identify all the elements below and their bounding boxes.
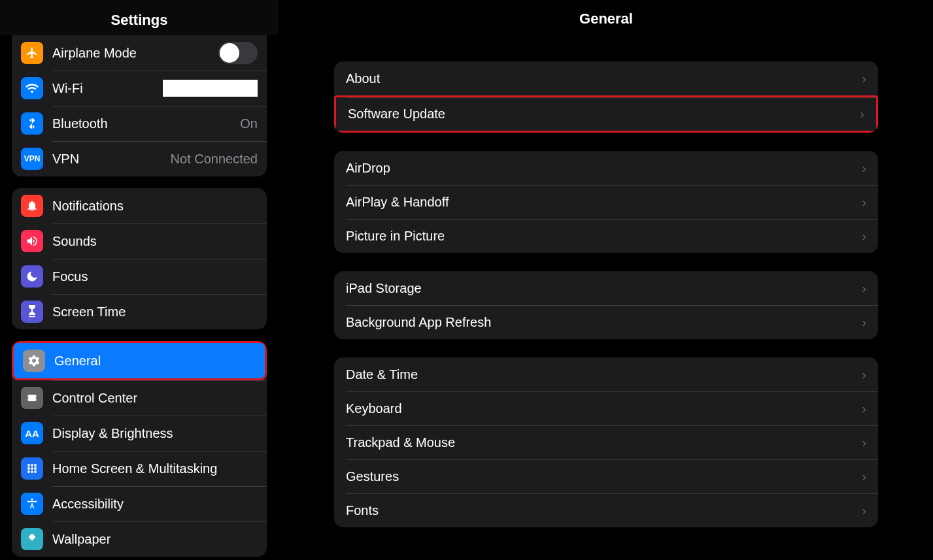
bell-icon <box>21 195 43 217</box>
vpn-icon: VPN <box>21 148 43 170</box>
sidebar-title: Settings <box>0 0 279 35</box>
detail-group: Date & Time›Keyboard›Trackpad & Mouse›Ge… <box>334 357 878 527</box>
detail-row-fonts[interactable]: Fonts› <box>334 493 878 527</box>
sidebar-section: GeneralControl CenterAADisplay & Brightn… <box>12 341 267 557</box>
chevron-right-icon: › <box>862 435 866 450</box>
bluetooth-icon <box>21 112 43 135</box>
sidebar-item-label: Notifications <box>52 199 258 214</box>
sidebar-item-value: On <box>240 116 258 131</box>
detail-row-trackpad[interactable]: Trackpad & Mouse› <box>334 425 878 459</box>
sidebar-item-airplane[interactable]: Airplane Mode <box>12 35 267 71</box>
flower-icon <box>21 528 43 550</box>
detail-row-label: AirPlay & Handoff <box>346 195 862 210</box>
chevron-right-icon: › <box>860 107 864 122</box>
detail-row-label: Fonts <box>346 503 862 518</box>
sidebar-item-label: Wallpaper <box>52 532 258 547</box>
aa-icon: AA <box>21 422 43 444</box>
detail-row-airplay[interactable]: AirPlay & Handoff› <box>334 185 878 219</box>
sidebar-item-label: Bluetooth <box>52 116 240 131</box>
detail-row-label: Trackpad & Mouse <box>346 435 862 450</box>
wifi-value-redacted <box>163 80 258 97</box>
speaker-icon <box>21 230 43 252</box>
detail-row-airdrop[interactable]: AirDrop› <box>334 151 878 185</box>
chevron-right-icon: › <box>862 229 866 244</box>
detail-row-bg-refresh[interactable]: Background App Refresh› <box>334 305 878 339</box>
sidebar-item-label: Display & Brightness <box>52 426 258 441</box>
sidebar-item-notifications[interactable]: Notifications <box>12 188 267 223</box>
chevron-right-icon: › <box>862 367 866 382</box>
sidebar-item-label: Wi-Fi <box>52 81 163 96</box>
sidebar-section: Airplane ModeWi-FiBluetoothOnVPNVPNNot C… <box>12 35 267 176</box>
detail-row-software-update[interactable]: Software Update› <box>334 95 878 133</box>
detail-group: iPad Storage›Background App Refresh› <box>334 271 878 339</box>
chevron-right-icon: › <box>862 401 866 416</box>
sidebar-item-label: VPN <box>52 152 171 167</box>
detail-row-storage[interactable]: iPad Storage› <box>334 271 878 305</box>
wifi-icon <box>21 77 43 99</box>
detail-row-keyboard[interactable]: Keyboard› <box>334 391 878 425</box>
sidebar-item-label: Focus <box>52 269 258 284</box>
detail-group: AirDrop›AirPlay & Handoff›Picture in Pic… <box>334 151 878 253</box>
detail-row-label: AirDrop <box>346 161 862 176</box>
sidebar-item-label: General <box>54 354 256 369</box>
detail-row-datetime[interactable]: Date & Time› <box>334 357 878 391</box>
sidebar-item-label: Home Screen & Multitasking <box>52 461 258 476</box>
sidebar-item-label: Accessibility <box>52 497 258 512</box>
chevron-right-icon: › <box>862 195 866 210</box>
chevron-right-icon: › <box>862 315 866 330</box>
sidebar-item-controlcenter[interactable]: Control Center <box>12 380 267 416</box>
sidebar-item-label: Sounds <box>52 234 258 249</box>
sidebar-item-general[interactable]: General <box>12 341 267 380</box>
detail-row-label: Keyboard <box>346 401 862 416</box>
sidebar-item-display[interactable]: AADisplay & Brightness <box>12 416 267 451</box>
airplane-toggle[interactable] <box>218 42 258 64</box>
switches-icon <box>21 387 43 409</box>
accessibility-icon <box>21 493 43 515</box>
chevron-right-icon: › <box>862 71 866 86</box>
sidebar-item-bluetooth[interactable]: BluetoothOn <box>12 106 267 141</box>
detail-row-label: Software Update <box>348 107 860 122</box>
sidebar-item-label: Control Center <box>52 391 258 406</box>
sidebar-section: NotificationsSoundsFocusScreen Time <box>12 188 267 329</box>
detail-row-label: About <box>346 71 862 86</box>
detail-row-pip[interactable]: Picture in Picture› <box>334 219 878 253</box>
chevron-right-icon: › <box>862 281 866 296</box>
gear-icon <box>23 350 45 372</box>
detail-title: General <box>279 0 933 33</box>
detail-row-about[interactable]: About› <box>334 61 878 95</box>
sidebar-item-value: Not Connected <box>171 152 258 167</box>
detail-row-label: Background App Refresh <box>346 315 862 330</box>
detail-group: About›Software Update› <box>334 61 878 133</box>
sidebar-item-vpn[interactable]: VPNVPNNot Connected <box>12 141 267 176</box>
sidebar-item-accessibility[interactable]: Accessibility <box>12 486 267 521</box>
moon-icon <box>21 265 43 288</box>
detail-row-label: iPad Storage <box>346 281 862 296</box>
sidebar-item-wifi[interactable]: Wi-Fi <box>12 71 267 106</box>
sidebar-item-sounds[interactable]: Sounds <box>12 223 267 259</box>
detail-row-label: Date & Time <box>346 367 862 382</box>
detail-row-label: Picture in Picture <box>346 229 862 244</box>
sidebar-item-label: Screen Time <box>52 305 258 320</box>
hourglass-icon <box>21 301 43 323</box>
chevron-right-icon: › <box>862 161 866 176</box>
sidebar-item-wallpaper[interactable]: Wallpaper <box>12 521 267 557</box>
detail-row-gestures[interactable]: Gestures› <box>334 459 878 493</box>
sidebar-item-focus[interactable]: Focus <box>12 259 267 294</box>
grid-icon <box>21 457 43 480</box>
chevron-right-icon: › <box>862 503 866 518</box>
sidebar[interactable]: Settings Airplane ModeWi-FiBluetoothOnVP… <box>0 0 279 560</box>
sidebar-item-homescreen[interactable]: Home Screen & Multitasking <box>12 451 267 486</box>
airplane-icon <box>21 42 43 64</box>
detail-pane[interactable]: General About›Software Update›AirDrop›Ai… <box>279 0 933 560</box>
detail-row-label: Gestures <box>346 469 862 484</box>
chevron-right-icon: › <box>862 469 866 484</box>
sidebar-item-label: Airplane Mode <box>52 46 218 61</box>
sidebar-item-screentime[interactable]: Screen Time <box>12 294 267 329</box>
